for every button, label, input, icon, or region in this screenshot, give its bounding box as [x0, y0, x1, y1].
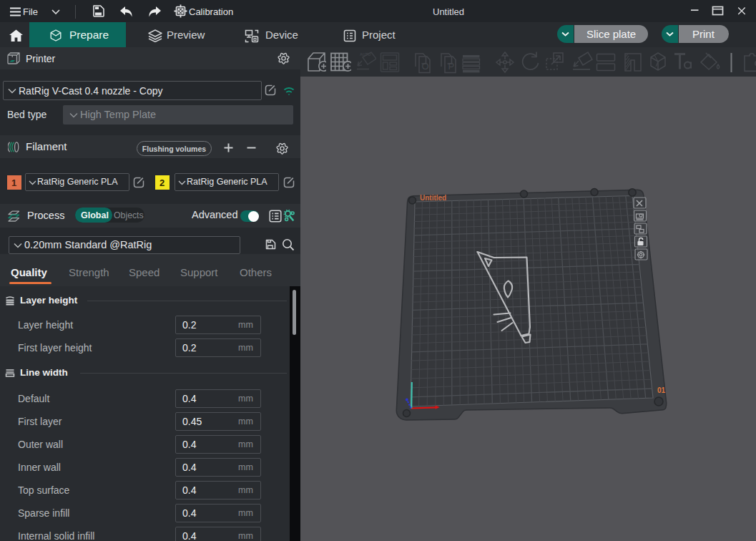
svg-text:Untitled: Untitled	[420, 194, 446, 202]
svg-text:O: O	[422, 61, 429, 72]
svg-text:P: P	[448, 61, 455, 72]
svg-text:01: 01	[657, 386, 666, 394]
svg-text:AUTO: AUTO	[360, 52, 371, 57]
